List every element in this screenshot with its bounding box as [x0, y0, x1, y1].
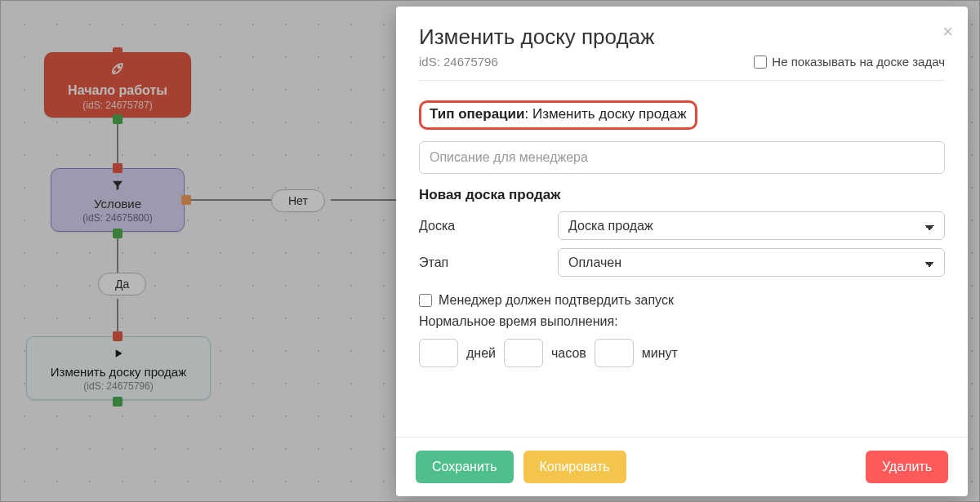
node-title: Условие [94, 197, 141, 211]
section-new-board: Новая доска продаж [419, 187, 945, 203]
days-label: дней [466, 346, 496, 361]
node-handle[interactable] [113, 47, 122, 57]
stage-label: Этап [419, 255, 541, 270]
save-button[interactable]: Сохранить [416, 451, 514, 483]
manager-description-input[interactable] [419, 141, 945, 174]
stage-select[interactable]: Оплачен [558, 248, 945, 277]
node-handle[interactable] [113, 163, 122, 173]
delete-button[interactable]: Удалить [866, 451, 948, 483]
edit-operation-modal: Изменить доску продаж × idS: 24675796 Не… [396, 7, 968, 496]
days-input[interactable] [419, 339, 458, 367]
confirm-launch-input[interactable] [419, 294, 432, 307]
connector [331, 199, 396, 201]
branch-no[interactable]: Нет [271, 189, 325, 212]
confirm-launch-label: Менеджер должен подтвердить запуск [439, 293, 674, 308]
svg-point-0 [118, 66, 120, 69]
node-handle[interactable] [113, 114, 122, 124]
normal-time-label: Нормальное время выполнения: [419, 314, 945, 329]
modal-body: Тип операции: Изменить доску продаж Нова… [396, 89, 968, 437]
node-title: Изменить доску продаж [51, 365, 186, 379]
node-change-board[interactable]: Изменить доску продаж (idS: 24675796) [26, 336, 211, 400]
modal-subtitle: idS: 24675796 [419, 55, 498, 69]
play-icon [112, 347, 125, 363]
board-select[interactable]: Доска продаж [558, 211, 945, 240]
modal-footer: Сохранить Копировать Удалить [396, 437, 968, 496]
hours-label: часов [551, 346, 586, 361]
modal-header: Изменить доску продаж × idS: 24675796 Не… [396, 7, 968, 89]
hide-on-board-checkbox[interactable]: Не показывать на доске задач [754, 55, 945, 69]
node-condition[interactable]: Условие (idS: 24675800) [51, 168, 185, 232]
divider [419, 80, 945, 81]
node-sub: (idS: 24675800) [82, 212, 152, 224]
hide-on-board-label: Не показывать на доске задач [772, 55, 945, 69]
close-icon[interactable]: × [942, 21, 953, 42]
node-sub: (idS: 24675796) [83, 380, 153, 392]
branch-yes[interactable]: Да [98, 273, 146, 295]
board-label: Доска [419, 219, 541, 233]
minutes-input[interactable] [595, 339, 634, 367]
node-handle[interactable] [181, 195, 191, 205]
operation-type-highlight: Тип операции: Изменить доску продаж [419, 100, 697, 130]
node-sub: (idS: 24675787) [82, 100, 152, 111]
node-start[interactable]: Начало работы (idS: 24675787) [44, 52, 191, 118]
rocket-icon [109, 60, 126, 80]
hide-on-board-input[interactable] [754, 56, 767, 69]
funnel-icon [111, 179, 124, 195]
node-handle[interactable] [113, 229, 122, 238]
connector [185, 199, 271, 201]
copy-button[interactable]: Копировать [523, 451, 626, 483]
modal-title: Изменить доску продаж [419, 24, 945, 50]
confirm-launch-checkbox[interactable]: Менеджер должен подтвердить запуск [419, 293, 945, 308]
node-handle[interactable] [113, 331, 122, 341]
operation-type-label: Тип операции [430, 106, 524, 122]
node-handle[interactable] [113, 397, 122, 406]
node-title: Начало работы [68, 83, 167, 98]
operation-type-value: Изменить доску продаж [532, 106, 687, 122]
minutes-label: минут [642, 346, 678, 361]
hours-input[interactable] [504, 339, 543, 367]
connector [117, 118, 118, 168]
